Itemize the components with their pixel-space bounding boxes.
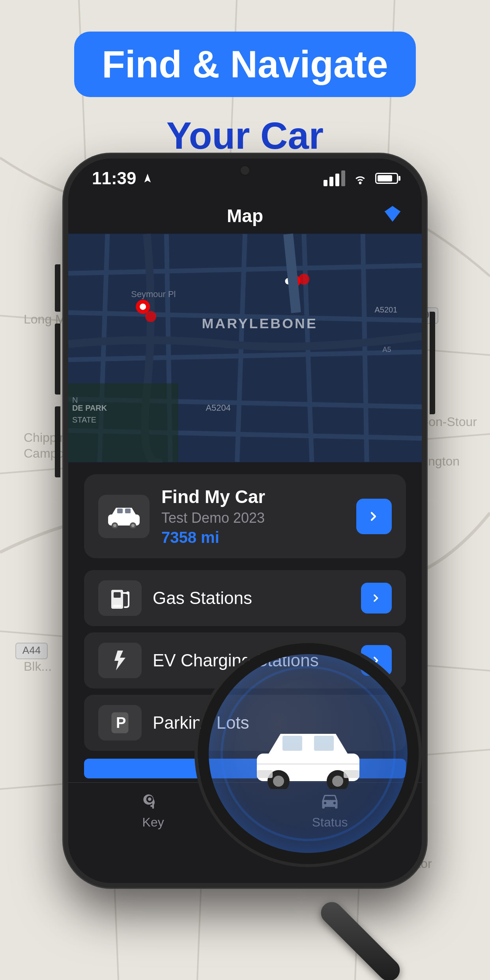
parking-icon: P	[109, 710, 131, 736]
diamond-icon[interactable]	[383, 204, 402, 228]
signal-icon	[324, 170, 345, 186]
find-car-info: Find My Car Test Demo 2023 7358 mi	[161, 486, 344, 546]
gas-icon-box	[98, 580, 142, 616]
car-icon-box	[98, 495, 150, 538]
svg-text:N: N	[72, 396, 78, 404]
map-svg: Seymour Pl A5204 A5201 A5 DE PARK STATE …	[68, 234, 422, 462]
location-arrow-icon	[142, 173, 153, 184]
parking-icon-box: P	[98, 705, 142, 741]
svg-rect-55	[125, 509, 131, 513]
find-car-distance: 7358 mi	[161, 529, 344, 546]
header-area: Find & Navigate Your Car	[0, 32, 490, 158]
svg-point-47	[298, 274, 309, 285]
svg-point-43	[140, 304, 146, 310]
ev-charging-icon	[109, 647, 131, 673]
svg-text:Blk...: Blk...	[24, 659, 52, 673]
tab-key-label: Key	[142, 815, 164, 830]
gas-stations-item[interactable]: Gas Stations	[84, 570, 406, 626]
gas-stations-label: Gas Stations	[153, 588, 350, 608]
svg-text:MARYLEBONE: MARYLEBONE	[202, 316, 317, 331]
svg-text:A5204: A5204	[206, 403, 230, 413]
app-title: Map	[227, 205, 263, 226]
side-button-vol-up	[55, 324, 60, 395]
title-badge: Find & Navigate	[74, 32, 415, 97]
status-icons	[324, 170, 398, 186]
wifi-icon	[352, 172, 368, 184]
status-time: 11:39	[92, 168, 137, 188]
svg-text:STATE: STATE	[72, 415, 96, 424]
gas-stations-arrow-button[interactable]	[361, 583, 392, 613]
svg-rect-54	[117, 509, 123, 513]
car-icon	[106, 505, 142, 528]
svg-point-44	[145, 311, 156, 322]
title-line2: Your Car	[166, 113, 324, 158]
svg-point-53	[131, 524, 135, 527]
phone-notch	[202, 159, 288, 182]
find-car-card[interactable]: Find My Car Test Demo 2023 7358 mi	[84, 474, 406, 558]
svg-point-58	[126, 591, 129, 595]
tab-key[interactable]: Key	[142, 791, 164, 830]
side-button-power	[430, 312, 435, 414]
svg-rect-57	[114, 592, 121, 598]
map-area[interactable]: Seymour Pl A5204 A5201 A5 DE PARK STATE …	[68, 234, 422, 462]
side-button-vol-down	[55, 406, 60, 477]
find-car-arrow-button[interactable]	[356, 499, 392, 534]
phone-mockup: 11:39	[64, 154, 426, 888]
app-header: Map	[68, 198, 422, 234]
svg-text:Seymour Pl: Seymour Pl	[131, 289, 176, 299]
find-car-subtitle: Test Demo 2023	[161, 510, 344, 526]
svg-text:A5: A5	[382, 346, 391, 353]
side-button-mute	[55, 264, 60, 312]
key-icon	[143, 791, 163, 811]
svg-point-51	[113, 524, 116, 527]
ev-icon-box	[98, 643, 142, 678]
front-camera	[239, 165, 251, 176]
find-car-title: Find My Car	[161, 486, 344, 507]
svg-text:A5201: A5201	[375, 305, 398, 314]
svg-text:P: P	[116, 714, 126, 731]
magnifier-overlay	[198, 643, 474, 919]
svg-text:DE PARK: DE PARK	[72, 404, 107, 412]
battery-icon	[375, 173, 398, 184]
svg-text:A44: A44	[22, 644, 41, 656]
magnifier-lens	[198, 643, 419, 864]
svg-point-62	[148, 797, 151, 801]
svg-rect-59	[113, 605, 122, 607]
title-line1: Find & Navigate	[102, 43, 388, 85]
gas-pump-icon	[109, 585, 131, 611]
